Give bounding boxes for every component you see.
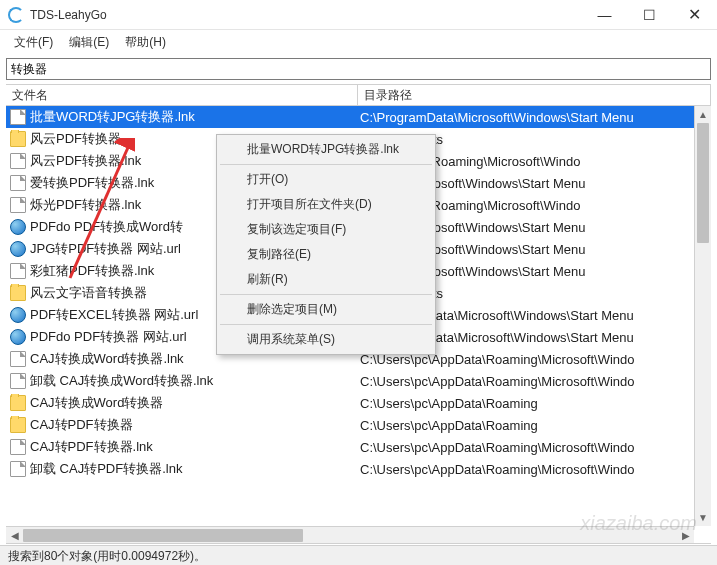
vertical-scrollbar[interactable]: ▲ ▼ bbox=[694, 106, 711, 526]
globe-icon bbox=[10, 307, 26, 323]
file-name: 卸载 CAJ转PDF转换器.lnk bbox=[30, 460, 182, 478]
menu-file[interactable]: 文件(F) bbox=[6, 32, 61, 53]
file-name: 风云文字语音转换器 bbox=[30, 284, 147, 302]
globe-icon bbox=[10, 329, 26, 345]
title-bar: TDS-LeahyGo — ☐ ✕ bbox=[0, 0, 717, 30]
folder-icon bbox=[10, 131, 26, 147]
ctx-copy-item[interactable]: 复制该选定项目(F) bbox=[219, 217, 433, 242]
window-title: TDS-LeahyGo bbox=[30, 8, 582, 22]
file-icon bbox=[10, 461, 26, 477]
header-filename[interactable]: 文件名 bbox=[6, 85, 358, 105]
file-icon bbox=[10, 109, 26, 125]
table-row[interactable]: CAJ转PDF转换器.lnkC:\Users\pc\AppData\Roamin… bbox=[6, 436, 711, 458]
file-icon bbox=[10, 439, 26, 455]
file-name: CAJ转PDF转换器.lnk bbox=[30, 438, 153, 456]
file-name: PDFdo PDF转换器 网站.url bbox=[30, 328, 187, 346]
file-icon bbox=[10, 263, 26, 279]
close-button[interactable]: ✕ bbox=[672, 0, 717, 30]
file-name: CAJ转换成Word转换器.lnk bbox=[30, 350, 184, 368]
file-path: C:\Users\pc\AppData\Roaming\Microsoft\Wi… bbox=[358, 440, 711, 455]
table-row[interactable]: 卸载 CAJ转换成Word转换器.lnkC:\Users\pc\AppData\… bbox=[6, 370, 711, 392]
file-path: C:\Users\pc\AppData\Roaming\Microsoft\Wi… bbox=[358, 462, 711, 477]
folder-icon bbox=[10, 417, 26, 433]
table-row[interactable]: 批量WORD转JPG转换器.lnkC:\ProgramData\Microsof… bbox=[6, 106, 711, 128]
maximize-button[interactable]: ☐ bbox=[627, 0, 672, 30]
separator bbox=[220, 164, 432, 165]
folder-icon bbox=[10, 395, 26, 411]
file-path: C:\Users\pc\AppData\Roaming bbox=[358, 396, 711, 411]
globe-icon bbox=[10, 241, 26, 257]
ctx-delete[interactable]: 删除选定项目(M) bbox=[219, 297, 433, 322]
status-bar: 搜索到80个对象(用时0.0094972秒)。 bbox=[0, 545, 717, 565]
file-icon bbox=[10, 197, 26, 213]
folder-icon bbox=[10, 285, 26, 301]
menu-edit[interactable]: 编辑(E) bbox=[61, 32, 117, 53]
header-path[interactable]: 目录路径 bbox=[358, 85, 711, 105]
scroll-right-icon[interactable]: ▶ bbox=[677, 527, 694, 544]
context-menu: 批量WORD转JPG转换器.lnk 打开(O) 打开项目所在文件夹(D) 复制该… bbox=[216, 134, 436, 355]
scroll-up-icon[interactable]: ▲ bbox=[695, 106, 711, 123]
file-name: JPG转PDF转换器 网站.url bbox=[30, 240, 181, 258]
ctx-copy-path[interactable]: 复制路径(E) bbox=[219, 242, 433, 267]
file-name: 风云PDF转换器.lnk bbox=[30, 152, 141, 170]
table-row[interactable]: CAJ转换成Word转换器C:\Users\pc\AppData\Roaming bbox=[6, 392, 711, 414]
ctx-sysmenu[interactable]: 调用系统菜单(S) bbox=[219, 327, 433, 352]
file-icon bbox=[10, 373, 26, 389]
file-name: 卸载 CAJ转换成Word转换器.lnk bbox=[30, 372, 213, 390]
menu-help[interactable]: 帮助(H) bbox=[117, 32, 174, 53]
file-name: PDF转EXCEL转换器 网站.url bbox=[30, 306, 198, 324]
file-path: C:\Users\pc\AppData\Roaming bbox=[358, 418, 711, 433]
file-icon bbox=[10, 351, 26, 367]
file-name: 烁光PDF转换器.lnk bbox=[30, 196, 141, 214]
scroll-thumb-v[interactable] bbox=[697, 123, 709, 243]
file-path: C:\Users\pc\AppData\Roaming\Microsoft\Wi… bbox=[358, 374, 711, 389]
file-name: PDFdo PDF转换成Word转 bbox=[30, 218, 183, 236]
file-name: CAJ转PDF转换器 bbox=[30, 416, 133, 434]
horizontal-scrollbar[interactable]: ◀ ▶ bbox=[6, 526, 694, 543]
ctx-open-folder[interactable]: 打开项目所在文件夹(D) bbox=[219, 192, 433, 217]
ctx-refresh[interactable]: 刷新(R) bbox=[219, 267, 433, 292]
file-name: 爱转换PDF转换器.lnk bbox=[30, 174, 154, 192]
file-icon bbox=[10, 153, 26, 169]
file-name: 风云PDF转换器 bbox=[30, 130, 121, 148]
app-icon bbox=[8, 7, 24, 23]
scroll-left-icon[interactable]: ◀ bbox=[6, 527, 23, 544]
globe-icon bbox=[10, 219, 26, 235]
search-bar bbox=[6, 58, 711, 80]
table-row[interactable]: CAJ转PDF转换器C:\Users\pc\AppData\Roaming bbox=[6, 414, 711, 436]
file-name: CAJ转换成Word转换器 bbox=[30, 394, 163, 412]
search-input[interactable] bbox=[7, 60, 710, 78]
file-name: 彩虹猪PDF转换器.lnk bbox=[30, 262, 154, 280]
separator bbox=[220, 324, 432, 325]
ctx-open[interactable]: 打开(O) bbox=[219, 167, 433, 192]
menu-bar: 文件(F) 编辑(E) 帮助(H) bbox=[0, 30, 717, 54]
minimize-button[interactable]: — bbox=[582, 0, 627, 30]
table-row[interactable]: 卸载 CAJ转PDF转换器.lnkC:\Users\pc\AppData\Roa… bbox=[6, 458, 711, 480]
file-icon bbox=[10, 175, 26, 191]
separator bbox=[220, 294, 432, 295]
column-headers: 文件名 目录路径 bbox=[6, 84, 711, 106]
file-name: 批量WORD转JPG转换器.lnk bbox=[30, 108, 195, 126]
file-path: C:\ProgramData\Microsoft\Windows\Start M… bbox=[358, 110, 711, 125]
scroll-thumb-h[interactable] bbox=[23, 529, 303, 542]
context-title: 批量WORD转JPG转换器.lnk bbox=[219, 137, 433, 162]
scroll-down-icon[interactable]: ▼ bbox=[695, 509, 711, 526]
